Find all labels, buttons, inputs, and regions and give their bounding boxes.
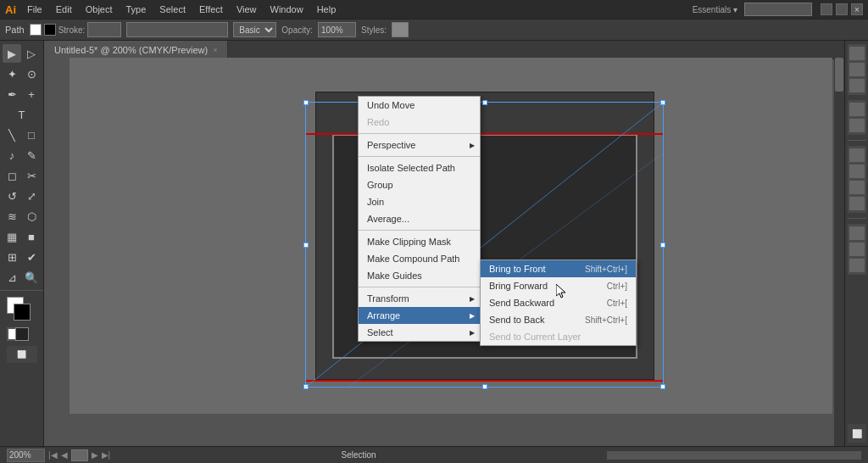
pencil-tool[interactable]: ✎: [22, 146, 41, 165]
stroke-value[interactable]: [87, 22, 121, 37]
ctx-undo-move[interactable]: Undo Move: [359, 97, 480, 114]
eraser-tool[interactable]: ◻: [3, 166, 21, 185]
ctx-transform[interactable]: Transform ▶: [359, 290, 480, 307]
opacity-label: Opacity:: [281, 25, 313, 35]
menu-select[interactable]: Select: [153, 3, 192, 16]
menu-help[interactable]: Help: [311, 3, 342, 16]
none-indicator[interactable]: [15, 327, 29, 341]
status-left: 200% |◀ ◀ ▶ ▶|: [7, 449, 110, 462]
ctx-send-to-current-layer: Send to Current Layer: [481, 328, 636, 345]
stroke-controls: Stroke:: [30, 22, 122, 37]
ctx-join[interactable]: Join: [359, 193, 480, 210]
transform-arrow: ▶: [470, 295, 475, 303]
nav-prev-btn[interactable]: ◀: [61, 450, 68, 460]
panel-icon-12[interactable]: [849, 259, 865, 272]
ctx-average[interactable]: Average...: [359, 210, 480, 227]
zoom-dropdown[interactable]: 200%: [7, 449, 45, 462]
nav-last-btn[interactable]: ▶|: [102, 450, 111, 460]
menu-object[interactable]: Object: [80, 3, 119, 16]
panel-icon-11[interactable]: [849, 243, 865, 256]
paintbrush-tool[interactable]: ♪: [3, 146, 21, 165]
ctx-send-backward[interactable]: Send Backward Ctrl+[: [481, 294, 636, 311]
menu-bar: Ai File Edit Object Type Select Effect V…: [0, 0, 868, 19]
ctx-arrange[interactable]: Arrange ▶: [359, 307, 480, 324]
opacity-value[interactable]: 100%: [318, 22, 356, 37]
select-arrow: ▶: [470, 329, 475, 337]
essentials-label[interactable]: Essentials ▾: [693, 5, 737, 14]
measure-tool[interactable]: ⊿: [3, 268, 21, 287]
add-anchor-tool[interactable]: +: [22, 85, 41, 103]
artboard-tool[interactable]: ⬜: [7, 346, 37, 363]
panel-icon-5[interactable]: [849, 119, 865, 132]
rect-tool[interactable]: □: [22, 126, 41, 144]
direct-select-tool[interactable]: ▷: [22, 44, 41, 63]
menu-file[interactable]: File: [21, 3, 48, 16]
gradient-tool[interactable]: ■: [22, 227, 41, 246]
panel-icon-6[interactable]: [849, 148, 865, 162]
vertical-scrollbar[interactable]: [834, 41, 844, 446]
line-tool[interactable]: ╲: [3, 126, 21, 144]
ctx-perspective[interactable]: Perspective ▶: [359, 137, 480, 153]
panel-icon-10[interactable]: [849, 226, 865, 240]
ctx-make-clipping-mask[interactable]: Make Clipping Mask: [359, 233, 480, 250]
panel-icon-4[interactable]: [849, 103, 865, 116]
stroke-style-dropdown[interactable]: [126, 22, 228, 37]
tool-group-pen: ✒ +: [3, 85, 41, 103]
nav-first-btn[interactable]: |◀: [48, 450, 58, 460]
selection-tool[interactable]: ▶: [3, 44, 21, 63]
nav-next-btn[interactable]: ▶: [92, 450, 98, 460]
canvas-area[interactable]: Untitled-5* @ 200% (CMYK/Preview) ×: [44, 41, 844, 446]
tool-group-mesh: ⊞ ✔: [3, 248, 41, 266]
scale-tool[interactable]: ⤢: [22, 187, 41, 205]
basic-dropdown[interactable]: Basic: [233, 22, 276, 37]
ctx-send-to-back[interactable]: Send to Back Shift+Ctrl+[: [481, 311, 636, 328]
workspace-btn1[interactable]: [821, 3, 832, 15]
magic-wand-tool[interactable]: ✦: [3, 64, 21, 83]
page-indicator: [71, 449, 88, 461]
lasso-tool[interactable]: ⊙: [22, 64, 41, 83]
status-right: [607, 451, 861, 460]
ctx-isolate-selected-path[interactable]: Isolate Selected Path: [359, 159, 480, 176]
panel-icon-2[interactable]: [849, 63, 865, 76]
warp-tool[interactable]: ≋: [3, 207, 21, 226]
workspace-btn2[interactable]: [836, 3, 848, 15]
type-tool[interactable]: T: [13, 105, 31, 124]
blend-tool[interactable]: ⬡: [22, 207, 41, 226]
document-tab[interactable]: Untitled-5* @ 200% (CMYK/Preview) ×: [44, 41, 228, 59]
ctx-group[interactable]: Group: [359, 176, 480, 193]
rotate-tool[interactable]: ↺: [3, 187, 21, 205]
ctx-make-compound-path[interactable]: Make Compound Path: [359, 250, 480, 267]
panel-icon-9[interactable]: [849, 197, 865, 210]
panel-icon-3[interactable]: [849, 79, 865, 92]
zoom-tool[interactable]: 🔍: [22, 268, 41, 287]
pen-tool[interactable]: ✒: [3, 85, 21, 103]
tab-title: Untitled-5* @ 200% (CMYK/Preview): [54, 45, 208, 55]
mesh-tool[interactable]: ⊞: [3, 248, 21, 266]
panel-icon-8[interactable]: [849, 181, 865, 194]
styles-preview[interactable]: [392, 22, 409, 37]
stroke-swatch[interactable]: [44, 24, 56, 36]
stroke-color-box[interactable]: [14, 304, 31, 321]
panel-icon-1[interactable]: [849, 47, 865, 60]
panel-expand-btn[interactable]: ⬜: [848, 424, 866, 443]
ctx-make-guides[interactable]: Make Guides: [359, 267, 480, 284]
tab-close-btn[interactable]: ×: [213, 46, 217, 54]
scroll-thumb[interactable]: [835, 58, 843, 92]
perspective-arrow: ▶: [470, 142, 475, 149]
menu-effect[interactable]: Effect: [193, 3, 229, 16]
tool-group-blend: ≋ ⬡: [3, 207, 41, 226]
column-graph-tool[interactable]: ▦: [3, 227, 21, 246]
fill-swatch[interactable]: [30, 24, 42, 36]
menu-type[interactable]: Type: [120, 3, 153, 16]
ctx-bring-to-front[interactable]: Bring to Front Shift+Ctrl+]: [481, 260, 636, 277]
menu-view[interactable]: View: [231, 3, 263, 16]
search-box[interactable]: [744, 3, 812, 16]
ctx-bring-forward[interactable]: Bring Forward Ctrl+]: [481, 277, 636, 294]
scissors-tool[interactable]: ✂: [22, 166, 41, 185]
ctx-select[interactable]: Select ▶: [359, 324, 480, 341]
menu-edit[interactable]: Edit: [50, 3, 78, 16]
eyedropper-tool[interactable]: ✔: [22, 248, 41, 266]
panel-icon-7[interactable]: [849, 165, 865, 178]
menu-window[interactable]: Window: [264, 3, 309, 16]
close-app-btn[interactable]: ×: [851, 3, 863, 15]
